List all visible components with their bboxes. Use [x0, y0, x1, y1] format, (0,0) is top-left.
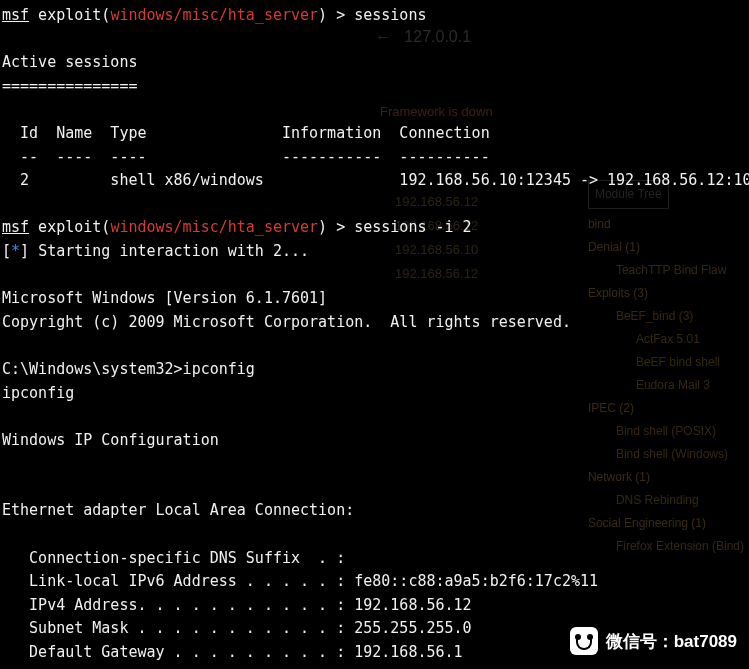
- msf-prompt: msf: [2, 218, 29, 236]
- starting-interaction: Starting interaction with 2...: [38, 242, 309, 260]
- session-table-rule: -- ---- ---- ----------- ----------: [2, 148, 490, 166]
- shell-prompt: C:\Windows\system32>ipconfig: [2, 360, 255, 378]
- subnet-mask: Subnet Mask . . . . . . . . . . . : 255.…: [2, 619, 472, 637]
- module-path: windows/misc/hta_server: [110, 218, 318, 236]
- module-path: windows/misc/hta_server: [110, 6, 318, 24]
- msf-prompt: msf: [2, 6, 29, 24]
- adapter-header: Ethernet adapter Local Area Connection:: [2, 501, 354, 519]
- echoed-command: ipconfig: [2, 384, 74, 402]
- wechat-text: 微信号：bat7089: [606, 630, 737, 653]
- ipv4-address: IPv4 Address. . . . . . . . . . . : 192.…: [2, 596, 472, 614]
- session-table-header: Id Name Type Information Connection: [2, 124, 490, 142]
- windows-version: Microsoft Windows [Version 6.1.7601]: [2, 289, 327, 307]
- command-sessions-i: sessions -i 2: [354, 218, 471, 236]
- wechat-watermark: 微信号：bat7089: [570, 627, 737, 655]
- active-sessions-rule: ===============: [2, 77, 137, 95]
- command-sessions: sessions: [354, 6, 426, 24]
- link-local-ipv6: Link-local IPv6 Address . . . . . : fe80…: [2, 572, 598, 590]
- wechat-icon: [570, 627, 598, 655]
- copyright: Copyright (c) 2009 Microsoft Corporation…: [2, 313, 571, 331]
- terminal-output[interactable]: msf exploit(windows/misc/hta_server) > s…: [0, 0, 749, 669]
- ipconfig-header: Windows IP Configuration: [2, 431, 219, 449]
- star-icon: *: [11, 242, 20, 260]
- active-sessions-header: Active sessions: [2, 53, 137, 71]
- session-table-row: 2 shell x86/windows 192.168.56.10:12345 …: [2, 171, 749, 189]
- default-gateway: Default Gateway . . . . . . . . . : 192.…: [2, 643, 463, 661]
- exploit-label: exploit(: [29, 6, 110, 24]
- dns-suffix: Connection-specific DNS Suffix . :: [2, 549, 345, 567]
